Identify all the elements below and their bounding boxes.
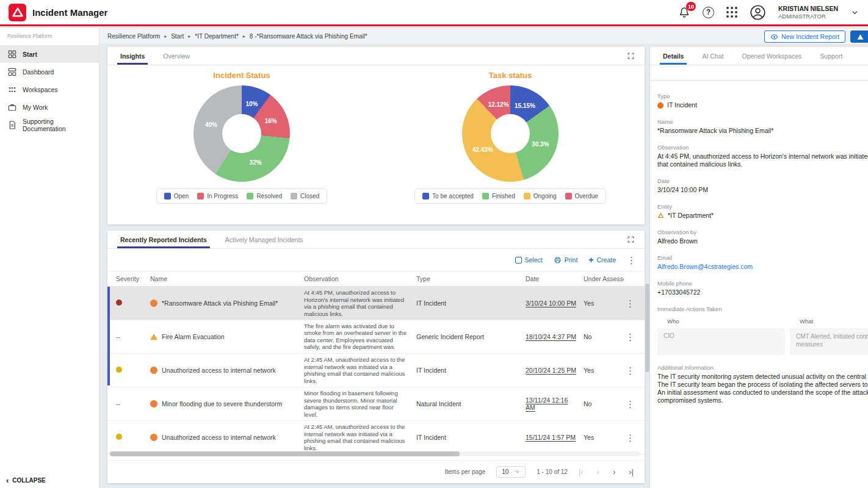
chevron-down-icon [515,469,520,475]
breadcrumb-item[interactable]: Resilience Platform [107,33,160,40]
table-scroll-indicator[interactable] [107,287,110,386]
incident-type-icon [150,434,157,441]
top-bar: Incident Manager 10 ? KRISTIAN NIELSEN A… [0,0,868,26]
field-value-line: At 4:45 PM, unauthorized access to Horiz… [657,152,868,160]
first-page-button[interactable]: |‹ [579,468,584,476]
under-assessment-cell: No [584,333,624,340]
tab-recently-reported-incidents[interactable]: Recently Reported Incidents [111,231,216,248]
table-row[interactable]: -- Fire Alarm Evacuation The fire alarm … [107,320,645,354]
column-header-under-assessor[interactable]: Under Assessor [584,275,624,282]
create-button[interactable]: + Create [588,256,616,264]
row-kebab-menu[interactable]: ⋮ [626,366,635,375]
email-link[interactable]: Alfredo.Brown@4cstrategies.com [657,263,868,271]
incident-name: Unauthorized access to internal network [162,434,276,441]
fullscreen-button[interactable] [621,231,641,248]
breadcrumb-item[interactable]: Start [171,33,184,40]
row-kebab-menu[interactable]: ⋮ [626,332,635,342]
date-cell: 15/11/24 1:57 PM [526,434,584,441]
breadcrumb-item[interactable]: *IT Department* [195,33,239,40]
entity-triangle-icon [657,212,664,219]
who-value-box[interactable]: CIO [657,328,785,355]
sidebar-item-start[interactable]: Start [0,45,99,63]
table-kebab-menu[interactable]: ⋮ [627,256,636,265]
user-menu-chevron-icon[interactable] [850,8,859,17]
column-header-date[interactable]: Date [526,275,584,282]
tab-opened-workspaces[interactable]: Opened Workspaces [732,47,811,65]
notifications-button[interactable]: 10 [678,6,690,18]
legend-item: In Progress [197,193,238,199]
notification-badge: 10 [686,2,696,11]
sidebar-item-dashboard[interactable]: Dashboard [0,63,99,81]
field-observation: Observation At 4:45 PM, unauthorized acc… [650,144,868,168]
tab-overview[interactable]: Overview [154,47,199,65]
donut-chart: 10%16%32%40% [193,85,290,182]
document-icon [7,120,17,130]
tab-insights[interactable]: Insights [111,47,154,65]
field-date: Date 3/10/24 10:00 PM [650,178,868,194]
what-value-box[interactable]: CMT Alerted, Initiated contameasures [790,328,868,355]
previous-page-button[interactable]: ‹ [597,468,599,476]
table-toolbar: Select Print + Create ⋮ [107,249,645,271]
tab-ai-chat[interactable]: AI Chat [693,47,732,65]
field-value-line: that contained malicious links. [657,160,868,168]
sidebar-item-supporting-documentation[interactable]: Supporting Documentation [0,116,99,134]
sidebar-item-my-work[interactable]: My Work [0,98,99,116]
collapse-button[interactable]: ‹ COLLAPSE [0,473,99,488]
fullscreen-icon [627,52,635,60]
column-header-name[interactable]: Name [144,275,304,282]
divider [650,80,868,81]
details-panel: Details AI Chat Opened Workspaces Suppor… [650,47,868,488]
field-label: Entity [657,203,868,210]
details-tabs: Details AI Chat Opened Workspaces Suppor… [650,47,868,65]
app-logo-icon[interactable] [9,4,26,21]
column-header-observation[interactable]: Observation [304,275,413,282]
apps-grid-icon [726,7,737,18]
row-kebab-menu[interactable]: ⋮ [626,400,635,409]
table-row[interactable]: *Ransomware Attack via Phishing Email* A… [107,287,645,320]
field-value: +17033045722 [657,289,868,296]
tab-details[interactable]: Details [654,47,693,65]
help-button[interactable]: ? [703,7,714,18]
field-value: 3/10/24 10:00 PM [657,186,868,194]
row-kebab-menu[interactable]: ⋮ [626,299,635,308]
last-page-button[interactable]: ›| [629,468,634,476]
insights-tabs: Insights Overview [107,47,645,65]
horizontal-scrollbar-thumb[interactable] [110,451,460,456]
next-page-button[interactable]: › [613,468,615,476]
table-row[interactable]: Unauthorized access to internal network … [107,354,645,387]
field-entity: Entity *IT Department* [650,203,868,220]
column-header-type[interactable]: Type [413,275,526,282]
table-row[interactable]: Unauthorized access to internal network … [107,421,645,454]
fullscreen-button[interactable] [621,47,641,65]
row-menu-cell: ⋮ [624,299,645,308]
tab-support[interactable]: Support [811,47,852,65]
incident-type-icon [150,300,157,307]
severity-dot-icon [116,300,122,306]
print-button[interactable]: Print [554,256,578,264]
table-row[interactable]: -- Minor flooding due to severe thunders… [107,387,645,421]
dashboard-icon [7,67,17,77]
breadcrumb-separator-icon: ▸ [243,34,245,39]
field-type: Type IT Incident [650,93,868,109]
column-header-severity[interactable]: Severity [107,275,144,282]
severity-dot-icon [116,367,122,373]
user-role: ADMINISTRATOR [778,13,838,20]
row-menu-cell: ⋮ [624,366,645,375]
insights-panel: Insights Overview Incident Status 10%16%… [107,47,645,224]
who-column-header: Who [657,318,785,325]
avatar[interactable] [750,4,766,21]
select-button[interactable]: Select [515,256,543,264]
apps-grid-button[interactable] [726,7,737,18]
items-per-page-select[interactable]: 10 [496,466,526,478]
horizontal-scrollbar[interactable] [110,451,640,456]
new-incident-button[interactable]: New Incident [850,30,868,43]
row-kebab-menu[interactable]: ⋮ [626,433,635,442]
new-incident-report-button[interactable]: New Incident Report [764,30,845,43]
tab-actively-managed-incidents[interactable]: Actively Managed Incidents [216,231,313,248]
row-menu-cell: ⋮ [624,400,645,409]
vertical-scrollbar-thumb[interactable] [645,284,649,372]
what-column-header: What [790,318,868,325]
name-cell: Unauthorized access to internal network [144,367,304,374]
legend-swatch [565,193,572,199]
sidebar-item-workspaces[interactable]: Workspaces [0,81,99,98]
